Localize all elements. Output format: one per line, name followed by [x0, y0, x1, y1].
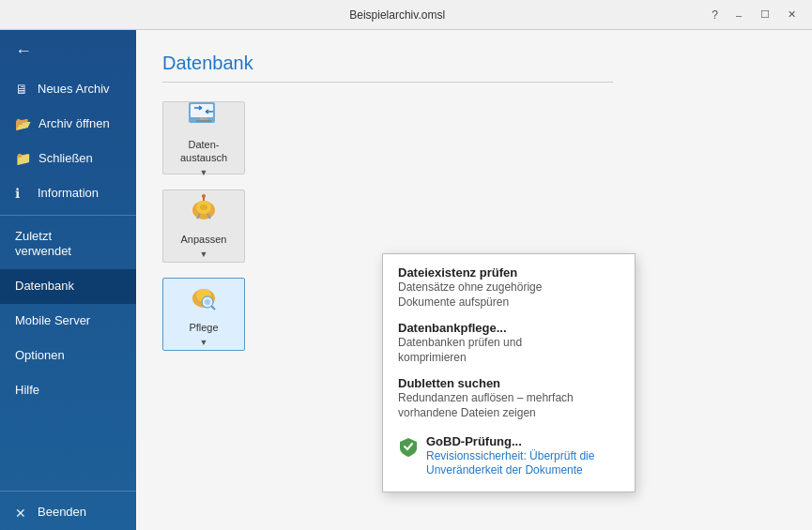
- close-button[interactable]: ✕: [778, 6, 804, 24]
- anpassen-icon: [187, 193, 221, 230]
- sidebar-item-mobile-server[interactable]: Mobile Server: [0, 304, 136, 339]
- sidebar-item-datenbank[interactable]: Datenbank: [0, 269, 136, 304]
- sidebar-label-information: Information: [38, 186, 99, 202]
- sidebar-item-schliessen[interactable]: 📁 Schließen: [0, 142, 136, 176]
- titlebar-title: Beispielarchiv.omsl: [83, 8, 712, 22]
- menu-item-dateiexistenz[interactable]: Dateiexistenz prüfen Datensätze ohne zug…: [383, 260, 635, 315]
- sidebar-label-schliessen: Schließen: [38, 151, 93, 167]
- maximize-button[interactable]: ☐: [752, 6, 778, 24]
- dubletten-title: Dubletten suchen: [398, 376, 620, 390]
- sidebar-item-optionen[interactable]: Optionen: [0, 339, 136, 373]
- shield-icon: [398, 436, 419, 462]
- schliessen-icon: 📁: [15, 151, 31, 166]
- datenaustausch-icon: [187, 98, 221, 135]
- sidebar-label-hilfe: Hilfe: [15, 383, 39, 399]
- sidebar-divider-2: [0, 491, 136, 492]
- sidebar: ← 🖥 Neues Archiv 📂 Archiv öffnen 📁 Schli…: [0, 30, 136, 530]
- sidebar-item-archiv-oeffnen[interactable]: 📂 Archiv öffnen: [0, 107, 136, 142]
- svg-point-7: [202, 194, 206, 198]
- gobd-title: GoBD-Prüfung...: [426, 434, 594, 448]
- datenaustausch-label: Daten-austausch: [180, 139, 227, 163]
- main-layout: ← 🖥 Neues Archiv 📂 Archiv öffnen 📁 Schli…: [0, 30, 812, 530]
- sidebar-label-zuletzt: Zuletztverwendet: [15, 229, 71, 261]
- dropdown-menu: Dateiexistenz prüfen Datensätze ohne zug…: [382, 253, 636, 492]
- content-divider: [162, 82, 613, 83]
- anpassen-arrow: ▼: [200, 250, 208, 259]
- beenden-icon: ✕: [15, 506, 30, 521]
- pflege-icon: [187, 281, 221, 318]
- sidebar-label-beenden: Beenden: [38, 505, 86, 521]
- gobd-text: GoBD-Prüfung... Revisionssicherheit: Übe…: [426, 434, 594, 478]
- minimize-button[interactable]: –: [726, 6, 752, 24]
- help-button[interactable]: ?: [712, 8, 718, 22]
- dateiexistenz-title: Dateiexistenz prüfen: [398, 265, 620, 280]
- datenbankpflege-desc: Datenbanken prüfen undkomprimieren: [398, 336, 620, 365]
- dubletten-desc: Redundanzen auflösen – mehrfachvorhanden…: [398, 391, 620, 420]
- sidebar-label-neues-archiv: Neues Archiv: [38, 82, 110, 98]
- svg-point-14: [205, 299, 210, 305]
- sidebar-label-optionen: Optionen: [15, 348, 65, 364]
- neues-archiv-icon: 🖥: [15, 82, 30, 97]
- sidebar-bottom: ✕ Beenden: [0, 487, 136, 530]
- back-icon: ←: [15, 41, 32, 61]
- sidebar-label-archiv-oeffnen: Archiv öffnen: [38, 116, 110, 132]
- pflege-button[interactable]: Pflege ▼: [162, 278, 245, 351]
- gobd-desc: Revisionssicherheit: Überprüft dieUnverä…: [426, 449, 594, 478]
- svg-rect-1: [191, 104, 213, 117]
- anpassen-button[interactable]: Anpassen ▼: [162, 189, 245, 263]
- sidebar-item-information[interactable]: ℹ Information: [0, 176, 136, 211]
- titlebar: Beispielarchiv.omsl ? – ☐ ✕: [0, 0, 812, 30]
- datenaustausch-arrow: ▼: [200, 168, 208, 177]
- sidebar-item-neues-archiv[interactable]: 🖥 Neues Archiv: [0, 72, 136, 107]
- sidebar-item-beenden[interactable]: ✕ Beenden: [0, 495, 136, 530]
- datenaustausch-button[interactable]: Daten-austausch ▼: [162, 101, 245, 174]
- menu-item-gobd[interactable]: GoBD-Prüfung... Revisionssicherheit: Übe…: [383, 427, 635, 486]
- svg-rect-2: [200, 117, 207, 120]
- information-icon: ℹ: [15, 186, 30, 201]
- archiv-oeffnen-icon: 📂: [15, 116, 31, 131]
- pflege-label: Pflege: [189, 322, 218, 334]
- svg-line-15: [211, 306, 215, 310]
- menu-item-datenbankpflege[interactable]: Datenbankpflege... Datenbanken prüfen un…: [383, 315, 635, 371]
- menu-item-dubletten[interactable]: Dubletten suchen Redundanzen auflösen – …: [383, 371, 635, 426]
- content-area: Datenbank Daten-austausch ▼: [136, 30, 812, 530]
- datenbankpflege-title: Datenbankpflege...: [398, 321, 620, 335]
- svg-rect-3: [196, 120, 211, 122]
- page-title: Datenbank: [162, 53, 786, 74]
- back-button[interactable]: ←: [0, 30, 136, 72]
- svg-point-10: [200, 204, 207, 210]
- dateiexistenz-desc: Datensätze ohne zugehörigeDokumente aufs…: [398, 280, 620, 310]
- anpassen-label: Anpassen: [181, 234, 227, 246]
- sidebar-label-datenbank: Datenbank: [15, 279, 74, 295]
- sidebar-divider: [0, 215, 136, 216]
- sidebar-label-mobile-server: Mobile Server: [15, 313, 90, 329]
- sidebar-item-zuletzt[interactable]: Zuletztverwendet: [0, 220, 136, 270]
- sidebar-item-hilfe[interactable]: Hilfe: [0, 373, 136, 408]
- pflege-arrow: ▼: [200, 338, 208, 347]
